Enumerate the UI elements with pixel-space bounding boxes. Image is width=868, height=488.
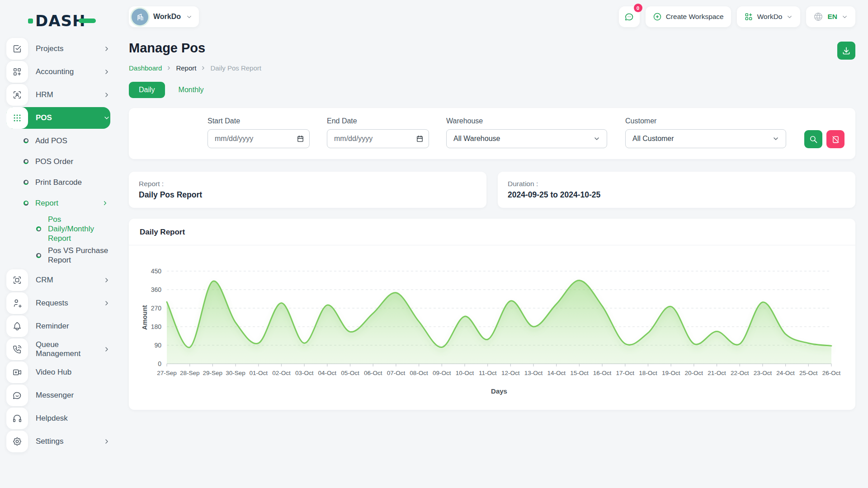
report-summary-card: Report : Daily Pos Report xyxy=(129,172,486,208)
sidebar-item-label: Video Hub xyxy=(36,368,110,377)
messages-button[interactable]: 0 xyxy=(619,6,640,27)
sidebar-item-label: Messenger xyxy=(36,391,110,400)
svg-text:07-Oct: 07-Oct xyxy=(387,370,406,376)
sidebar-item-crm[interactable]: CRM xyxy=(6,269,110,291)
chevron-down-icon xyxy=(772,135,779,142)
sidebar-item-helpdesk[interactable]: Helpdesk xyxy=(6,408,110,429)
chevron-down-icon xyxy=(786,14,793,20)
sidebar-item-label: CRM xyxy=(36,276,95,285)
sidebar-item-requests[interactable]: Requests xyxy=(6,292,110,314)
app-switcher-label: WorkDo xyxy=(757,13,783,21)
svg-text:270: 270 xyxy=(151,305,162,312)
warehouse-field: Warehouse All Warehouse xyxy=(446,117,607,148)
svg-text:17-Oct: 17-Oct xyxy=(616,370,635,376)
sidebar-item-messenger[interactable]: Messenger xyxy=(6,385,110,406)
sidebar-item-projects[interactable]: Projects xyxy=(6,38,110,60)
svg-text:0: 0 xyxy=(158,360,161,367)
user-plus-icon xyxy=(6,292,28,314)
main-column: WorkDo 0 Create Workspace WorkDo EN xyxy=(117,0,868,488)
bullet-icon xyxy=(36,253,41,258)
report-label: Report : xyxy=(139,180,476,188)
svg-text:30-Sep: 30-Sep xyxy=(226,370,245,376)
submenu-item-add-pos[interactable]: Add POS xyxy=(0,131,117,150)
duration-value: 2024-09-25 to 2024-10-25 xyxy=(508,190,845,200)
language-selector[interactable]: EN xyxy=(806,6,855,27)
svg-text:Days: Days xyxy=(491,387,507,395)
brand-logo[interactable]: DASH xyxy=(28,11,117,31)
tab-daily[interactable]: Daily xyxy=(129,82,165,98)
sidebar-item-accounting[interactable]: Accounting xyxy=(6,61,110,83)
create-workspace-button[interactable]: Create Workspace xyxy=(646,6,731,27)
customer-label: Customer xyxy=(625,117,786,125)
language-code: EN xyxy=(827,13,837,21)
breadcrumb: Dashboard Report Daily Pos Report xyxy=(129,64,855,72)
sidebar-item-video-hub[interactable]: Video Hub xyxy=(6,361,110,383)
breadcrumb-report-link[interactable]: Report xyxy=(176,64,196,72)
logo-bar-icon xyxy=(79,19,96,23)
topbar-actions: 0 Create Workspace WorkDo EN xyxy=(619,6,855,27)
workspace-name: WorkDo xyxy=(153,13,181,21)
filter-actions xyxy=(804,130,844,148)
chevron-right-icon xyxy=(200,65,206,71)
start-date-label: Start Date xyxy=(208,117,310,125)
chevron-right-icon xyxy=(103,45,110,52)
sidebar-item-hrm[interactable]: HRM xyxy=(6,84,110,106)
svg-text:360: 360 xyxy=(151,286,162,293)
chat-dots-icon xyxy=(624,12,634,22)
warehouse-select[interactable]: All Warehouse xyxy=(446,129,607,148)
submenu-item-pos-order[interactable]: POS Order xyxy=(0,152,117,170)
search-button[interactable] xyxy=(804,130,822,148)
submenu-item-label: Pos Daily/Monthly Report xyxy=(48,215,108,243)
end-date-label: End Date xyxy=(327,117,429,125)
svg-text:23-Oct: 23-Oct xyxy=(754,370,772,376)
chart-header: Daily Report xyxy=(129,219,855,245)
page-header: Manage Pos xyxy=(129,41,855,60)
messages-badge: 0 xyxy=(634,4,642,12)
sidebar-item-settings[interactable]: Settings xyxy=(6,431,110,452)
breadcrumb-dashboard-link[interactable]: Dashboard xyxy=(129,64,162,72)
submenu-item-pos-daily-monthly-report[interactable]: Pos Daily/Monthly Report xyxy=(0,215,117,243)
gear-icon xyxy=(6,431,28,452)
end-date-input[interactable] xyxy=(327,129,429,148)
submenu-item-label: POS Order xyxy=(35,157,73,166)
sidebar-item-reminder[interactable]: Reminder xyxy=(6,315,110,337)
svg-text:01-Oct: 01-Oct xyxy=(250,370,268,376)
sidebar-item-queue-management[interactable]: Queue Management xyxy=(6,338,110,360)
svg-text:Amount: Amount xyxy=(141,305,148,330)
submenu-item-label: Print Barcode xyxy=(35,178,82,187)
svg-text:20-Oct: 20-Oct xyxy=(685,370,703,376)
bullet-icon xyxy=(36,226,41,231)
globe-icon xyxy=(813,12,823,22)
end-date-field: End Date xyxy=(327,117,429,148)
svg-text:26-Oct: 26-Oct xyxy=(822,370,841,376)
svg-text:19-Oct: 19-Oct xyxy=(662,370,680,376)
building-icon xyxy=(136,12,145,21)
calendar-icon[interactable] xyxy=(297,135,304,143)
filter-row: Start Date End Date Warehouse All Wareho… xyxy=(140,117,844,148)
submenu-item-print-barcode[interactable]: Print Barcode xyxy=(0,173,117,191)
sidebar-item-label: Projects xyxy=(36,44,95,53)
sidebar-item-label: POS xyxy=(36,113,95,122)
calendar-icon[interactable] xyxy=(416,135,424,143)
chevron-right-icon xyxy=(102,200,108,206)
svg-text:05-Oct: 05-Oct xyxy=(341,370,359,376)
customer-select[interactable]: All Customer xyxy=(625,129,786,148)
svg-text:27-Sep: 27-Sep xyxy=(157,370,177,376)
tab-monthly[interactable]: Monthly xyxy=(179,86,204,94)
submenu-item-report[interactable]: Report xyxy=(0,194,117,212)
chevron-right-icon xyxy=(103,438,110,445)
workspace-switcher[interactable]: WorkDo xyxy=(129,6,199,27)
download-button[interactable] xyxy=(837,42,855,60)
clear-filter-button[interactable] xyxy=(826,130,844,148)
checkbox-icon xyxy=(6,38,28,60)
sidebar-item-pos[interactable]: POS xyxy=(6,107,110,129)
submenu-item-pos-vs-purchase-report[interactable]: Pos VS Purchase Report xyxy=(0,246,117,265)
sidebar-item-label: Helpdesk xyxy=(36,414,110,423)
sidebar-nav: Projects Accounting HRM POS xyxy=(0,38,117,452)
plus-circle-icon xyxy=(653,12,662,21)
start-date-input[interactable] xyxy=(208,129,310,148)
svg-text:24-Oct: 24-Oct xyxy=(776,370,795,376)
app-switcher-button[interactable]: WorkDo xyxy=(737,6,801,27)
chevron-down-icon xyxy=(593,135,600,142)
svg-text:18-Oct: 18-Oct xyxy=(639,370,657,376)
